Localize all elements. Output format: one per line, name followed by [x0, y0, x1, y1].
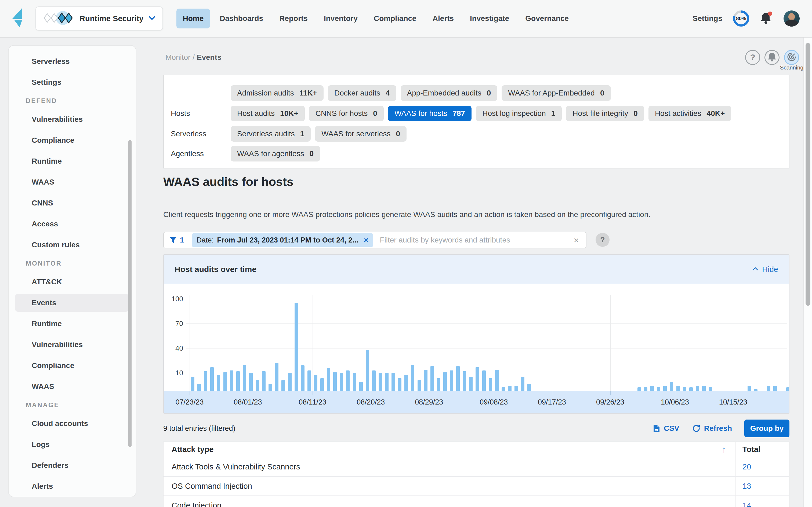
alerts-bell-button[interactable] [764, 50, 779, 65]
export-csv-button[interactable]: CSV [653, 424, 679, 433]
audit-bar[interactable] [456, 366, 460, 391]
audit-bar[interactable] [295, 303, 298, 391]
audit-bar[interactable] [683, 387, 686, 391]
nav-tab-governance[interactable]: Governance [519, 9, 575, 29]
audit-bar[interactable] [223, 372, 227, 391]
audit-bar[interactable] [191, 377, 194, 391]
scanning-status-button[interactable] [784, 50, 799, 65]
total-link[interactable]: 14 [743, 501, 751, 507]
audit-bar[interactable] [670, 382, 673, 391]
sidebar-item-vulnerabilities-defend[interactable]: Vulnerabilities [9, 109, 136, 130]
audit-bar[interactable] [346, 371, 350, 391]
sidebar-item-custom-rules[interactable]: Custom rules [9, 234, 136, 256]
audit-bar[interactable] [385, 373, 389, 391]
filter-input[interactable]: Filter audits by keywords and attributes [380, 236, 573, 244]
audit-bar[interactable] [282, 380, 285, 391]
audit-bar[interactable] [657, 387, 660, 391]
chip-docker-audits[interactable]: Docker audits 4 [328, 85, 396, 101]
page-scrollbar-thumb[interactable] [806, 43, 810, 306]
sidebar-item-logs[interactable]: Logs [9, 434, 136, 455]
chip-host-log-inspection[interactable]: Host log inspection 1 [476, 106, 562, 121]
nav-tab-dashboards[interactable]: Dashboards [213, 9, 269, 29]
audit-bar[interactable] [256, 380, 259, 391]
user-avatar[interactable] [783, 10, 800, 26]
chip-host-activities[interactable]: Host activities 40K+ [649, 106, 731, 121]
audit-bar[interactable] [430, 366, 434, 391]
audit-bar[interactable] [275, 363, 278, 391]
audit-bar[interactable] [489, 378, 492, 391]
nav-tab-alerts[interactable]: Alerts [426, 9, 460, 29]
audit-bar[interactable] [417, 380, 421, 391]
refresh-button[interactable]: Refresh [692, 424, 732, 433]
sidebar-item-cnns[interactable]: CNNS [9, 192, 136, 214]
sidebar-item-compliance-defend[interactable]: Compliance [9, 130, 136, 151]
sidebar-item-runtime-defend[interactable]: Runtime [9, 151, 136, 172]
audit-bar[interactable] [689, 387, 693, 391]
table-row[interactable]: OS Command Injection 13 [163, 477, 789, 496]
clear-filters-icon[interactable]: × [573, 235, 579, 245]
sidebar-item-vulnerabilities-monitor[interactable]: Vulnerabilities [9, 334, 136, 355]
nav-tab-compliance[interactable]: Compliance [367, 9, 423, 29]
audit-bar[interactable] [469, 377, 472, 391]
audit-bar[interactable] [372, 371, 376, 391]
audit-bar[interactable] [392, 373, 395, 391]
nav-tab-investigate[interactable]: Investigate [463, 9, 516, 29]
audit-bar[interactable] [676, 386, 680, 391]
audit-bar[interactable] [288, 373, 292, 391]
audit-bar[interactable] [663, 386, 667, 391]
audit-bar[interactable] [495, 370, 499, 391]
sidebar-item-events[interactable]: Events [9, 292, 136, 313]
settings-link[interactable]: Settings [693, 14, 722, 23]
audit-bar[interactable] [236, 371, 240, 391]
sidebar-item-access[interactable]: Access [9, 214, 136, 234]
audit-bar[interactable] [702, 386, 706, 391]
sidebar-item-waas-defend[interactable]: WAAS [9, 172, 136, 192]
chip-host-file-integrity[interactable]: Host file integrity 0 [566, 106, 644, 121]
date-range-chip[interactable]: Date: From Jul 23, 2023 01:14 PM to Oct … [192, 233, 373, 247]
audit-bar[interactable] [463, 371, 466, 391]
total-link[interactable]: 13 [743, 482, 751, 491]
audit-bar[interactable] [249, 373, 253, 391]
audit-bar[interactable] [243, 365, 246, 391]
audit-bar[interactable] [398, 378, 401, 391]
audit-bar[interactable] [773, 386, 777, 391]
audit-bar[interactable] [424, 370, 427, 391]
audit-bar[interactable] [262, 371, 265, 391]
audit-bar[interactable] [754, 389, 758, 391]
audit-bar[interactable] [482, 371, 486, 391]
notifications-bell-icon[interactable] [760, 11, 773, 26]
nav-tab-reports[interactable]: Reports [273, 9, 314, 29]
chip-serverless-audits[interactable]: Serverless audits 1 [231, 126, 311, 142]
chip-cnns-for-hosts[interactable]: CNNS for hosts 0 [309, 106, 384, 121]
audit-bar[interactable] [210, 367, 214, 391]
hide-chart-button[interactable]: Hide [752, 265, 778, 274]
sidebar-item-runtime-monitor[interactable]: Runtime [9, 313, 136, 334]
total-link[interactable]: 20 [743, 462, 751, 471]
audit-bar[interactable] [644, 387, 647, 391]
chip-waas-for-agentless[interactable]: WAAS for agentless 0 [231, 146, 320, 162]
sidebar-item-waas-monitor[interactable]: WAAS [9, 376, 136, 397]
audit-bar[interactable] [650, 386, 654, 391]
chip-waas-for-serverless[interactable]: WAAS for serverless 0 [315, 126, 407, 142]
audit-bar[interactable] [307, 371, 311, 391]
sidebar-item-settings[interactable]: Settings [9, 72, 136, 93]
group-by-button[interactable]: Group by [744, 419, 790, 437]
sidebar-scrollbar[interactable] [129, 140, 132, 447]
credits-progress-ring[interactable]: 80% [733, 10, 749, 26]
help-button[interactable]: ? [745, 50, 760, 65]
audit-bar[interactable] [696, 386, 699, 391]
audit-bar[interactable] [521, 377, 524, 391]
audit-bar[interactable] [443, 372, 447, 391]
audit-bar[interactable] [508, 386, 512, 391]
chip-host-audits[interactable]: Host audits 10K+ [231, 106, 305, 121]
table-row[interactable]: Code Injection 14 [163, 496, 789, 507]
audit-bar[interactable] [204, 371, 207, 391]
nav-tab-home[interactable]: Home [176, 9, 210, 29]
filter-help-button[interactable]: ? [596, 233, 610, 247]
column-attack-type[interactable]: Attack type [163, 445, 789, 454]
audit-bar[interactable] [450, 371, 453, 391]
sort-ascending-icon[interactable]: ↑ [721, 444, 726, 455]
audit-bar[interactable] [502, 387, 505, 391]
audit-bar[interactable] [359, 382, 363, 391]
audit-bar[interactable] [327, 368, 330, 391]
